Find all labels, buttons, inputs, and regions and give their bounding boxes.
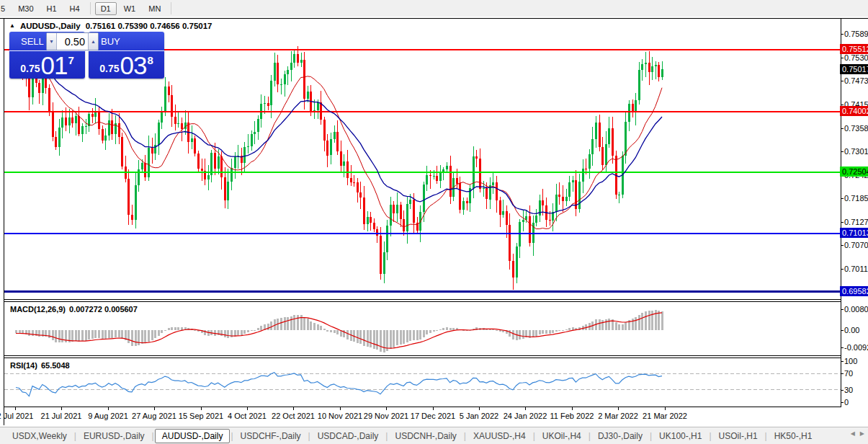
date-axis-label: 21 Mar 2022 bbox=[643, 412, 687, 420]
date-axis-label: 10 Nov 2021 bbox=[318, 412, 362, 420]
macd-histogram-bar bbox=[81, 330, 84, 341]
macd-histogram-bar bbox=[127, 330, 130, 343]
date-axis-tick bbox=[15, 407, 16, 410]
macd-histogram-bar bbox=[254, 330, 256, 331]
timeframe-button-h1[interactable]: H1 bbox=[41, 2, 63, 15]
bull-candle bbox=[641, 64, 643, 70]
bull-candle bbox=[433, 176, 435, 177]
bear-candle bbox=[38, 83, 40, 93]
timeframe-button-mn[interactable]: MN bbox=[143, 2, 166, 15]
bear-candle bbox=[201, 169, 203, 171]
macd-histogram-bar bbox=[555, 330, 558, 332]
date-axis-label: 9 Aug 2021 bbox=[88, 412, 128, 420]
bear-candle bbox=[562, 197, 564, 201]
bull-candle bbox=[257, 119, 259, 132]
bull-candle bbox=[330, 139, 332, 156]
macd-histogram-bar bbox=[359, 330, 362, 344]
bear-candle bbox=[350, 178, 352, 182]
chart-tab-usdx-weekly[interactable]: USDX,Weekly bbox=[6, 430, 73, 443]
macd-axis-tick bbox=[841, 309, 844, 310]
bull-candle bbox=[135, 185, 137, 220]
bull-candle bbox=[483, 188, 485, 190]
date-axis-tick bbox=[525, 407, 526, 410]
rsi-axis-label: 0 bbox=[844, 398, 849, 407]
macd-histogram-bar bbox=[241, 330, 243, 335]
timeframe-button-d1[interactable]: D1 bbox=[95, 2, 117, 15]
macd-histogram-bar bbox=[601, 320, 604, 330]
macd-histogram-bar bbox=[565, 329, 568, 330]
chart-tab-uk100-h1[interactable]: UK100-,H1 bbox=[653, 430, 708, 443]
bear-candle bbox=[127, 179, 130, 215]
macd-histogram-bar bbox=[141, 330, 143, 344]
bull-candle bbox=[85, 126, 87, 127]
macd-histogram-bar bbox=[330, 330, 332, 332]
chart-tab-usoil-h1[interactable]: USOil-,H1 bbox=[712, 430, 764, 443]
chart-tab-ukoil-h4[interactable]: UKOil-,H4 bbox=[536, 430, 588, 443]
macd-histogram-bar bbox=[204, 330, 206, 335]
bull-candle bbox=[625, 122, 627, 156]
date-axis-label: 27 Aug 2021 bbox=[132, 412, 176, 420]
macd-histogram-bar bbox=[403, 330, 405, 344]
buy-button[interactable]: BUY 0.75 03 8 bbox=[89, 32, 164, 79]
bear-candle bbox=[499, 200, 501, 215]
bear-candle bbox=[466, 201, 468, 203]
macd-histogram-bar bbox=[645, 311, 647, 330]
timeframe-button-5[interactable]: 5 bbox=[0, 2, 11, 15]
collapse-panel-icon[interactable]: ▲ bbox=[9, 23, 15, 29]
macd-histogram-bar bbox=[297, 315, 299, 330]
timeframe-toolbar: 5M30H1H4D1W1MN bbox=[0, 0, 868, 17]
volume-input[interactable] bbox=[57, 33, 88, 50]
chart-tab-xauusd-h4[interactable]: XAUUSD-,H4 bbox=[467, 430, 532, 443]
macd-histogram-bar bbox=[413, 330, 415, 340]
bear-candle bbox=[297, 54, 299, 63]
macd-histogram-bar bbox=[545, 330, 547, 334]
bull-candle bbox=[254, 132, 256, 134]
macd-histogram-bar bbox=[71, 330, 73, 342]
macd-histogram-bar bbox=[148, 330, 150, 342]
macd-histogram-bar bbox=[38, 330, 40, 337]
tab-separator: | bbox=[464, 431, 466, 441]
chart-tab-dj30-daily[interactable]: DJ30-,Daily bbox=[591, 430, 649, 443]
rsi-pane[interactable] bbox=[4, 358, 841, 407]
timeframe-button-m30[interactable]: M30 bbox=[12, 2, 39, 15]
macd-histogram-bar bbox=[532, 330, 534, 337]
chart-tab-audusd-daily[interactable]: AUDUSD-,Daily bbox=[155, 429, 231, 443]
bull-candle bbox=[638, 70, 640, 100]
bull-candle bbox=[595, 123, 597, 139]
bear-candle bbox=[373, 223, 375, 229]
macd-histogram-bar bbox=[400, 330, 402, 345]
bull-candle bbox=[589, 154, 591, 169]
chart-tab-eurusd-daily[interactable]: EURUSD-,Daily bbox=[77, 430, 151, 443]
bull-candle bbox=[234, 156, 236, 168]
macd-histogram-bar bbox=[78, 330, 80, 342]
bull-candle bbox=[661, 69, 663, 77]
macd-histogram-bar bbox=[135, 330, 137, 346]
scroll-right-icon[interactable]: ▶ bbox=[860, 430, 864, 437]
macd-pane-bottom-border bbox=[4, 355, 841, 356]
macd-histogram-bar bbox=[535, 330, 537, 337]
timeframe-button-w1[interactable]: W1 bbox=[118, 2, 142, 15]
timeframe-button-h4[interactable]: H4 bbox=[64, 2, 86, 15]
volume-increase-button[interactable]: ▲ bbox=[88, 33, 98, 50]
chevron-down-icon: ▼ bbox=[49, 39, 54, 44]
bear-candle bbox=[55, 137, 57, 147]
bear-candle bbox=[171, 95, 173, 117]
chart-tab-usdcad-daily[interactable]: USDCAD-,Daily bbox=[311, 430, 385, 443]
price-badge: 0.72504 bbox=[840, 166, 868, 177]
date-axis-label: 22 Oct 2021 bbox=[272, 412, 315, 420]
macd-histogram-bar bbox=[121, 330, 123, 339]
macd-histogram-bar bbox=[542, 330, 544, 334]
volume-decrease-button[interactable]: ▼ bbox=[47, 33, 57, 50]
chart-tab-usdchf-daily[interactable]: USDCHF-,Daily bbox=[234, 430, 308, 443]
macd-histogram-bar bbox=[154, 330, 156, 338]
macd-histogram-bar bbox=[161, 330, 163, 333]
macd-histogram-bar bbox=[181, 327, 183, 330]
chart-tab-hk50-h1[interactable]: HK50-,H1 bbox=[768, 430, 819, 443]
bull-candle bbox=[605, 144, 607, 165]
bull-candle bbox=[519, 222, 521, 247]
macd-histogram-bar bbox=[651, 311, 653, 330]
bull-candle bbox=[270, 81, 272, 105]
scroll-left-icon[interactable]: ◀ bbox=[851, 430, 855, 437]
chart-tab-usdcnh-daily[interactable]: USDCNH-,Daily bbox=[388, 430, 462, 443]
bear-candle bbox=[91, 114, 94, 117]
